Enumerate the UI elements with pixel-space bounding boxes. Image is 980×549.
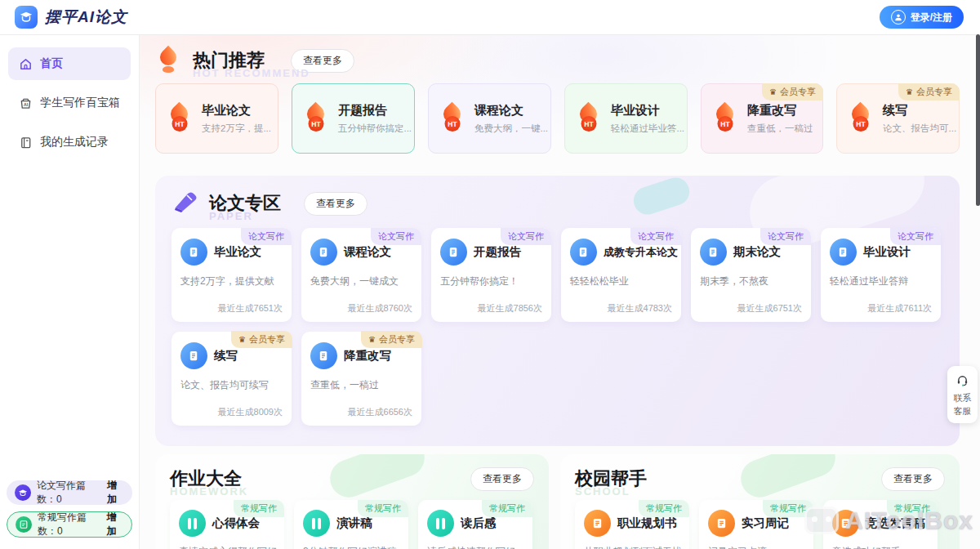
document-icon: [830, 239, 857, 266]
paper-section-header: 论文专区 PAPER 查看更多: [172, 187, 943, 220]
ht-flame-icon: HT: [710, 103, 741, 134]
category-badge: 常规写作: [358, 500, 408, 517]
card-desc: 轻松通过毕业答辩: [830, 274, 932, 288]
homework-card-duhougan[interactable]: 常规写作 读后感 读后感快速帮你写好: [418, 500, 532, 549]
category-badge: 论文写作: [241, 228, 292, 245]
contact-service-button[interactable]: 联系 客服: [947, 366, 978, 423]
paper-card-kecheng-lunwen[interactable]: 论文写作 课程论文 免费大纲，一键成文 最近生成8760次: [301, 228, 421, 322]
scrollbar-thumb[interactable]: [976, 34, 980, 206]
sidebar-item-label: 我的生成记录: [40, 135, 109, 150]
paper-card-jiangzhong-gaixie[interactable]: ♛会员专享 降重改写 查重低，一稿过 最近生成6656次: [301, 332, 421, 426]
category-badge: 常规写作: [887, 500, 938, 517]
crown-icon: ♛: [769, 87, 777, 96]
card-title: 毕业设计: [863, 244, 911, 260]
card-title: 降重改写: [344, 348, 391, 364]
hot-card-jiangzhong-gaixie[interactable]: ♛会员专享 HT 降重改写 查重低，一稿过: [701, 83, 823, 154]
homework-card-yanjiang-gao[interactable]: 常规写作 演讲稿 3分钟帮你写好演讲稿: [294, 500, 408, 549]
generation-count: 最近生成6656次: [348, 406, 412, 418]
category-badge: 常规写作: [763, 500, 813, 517]
user-icon: [891, 10, 906, 25]
pens-icon: [179, 510, 206, 537]
generation-count: 最近生成4783次: [608, 302, 672, 315]
paper-card-biye-lunwen[interactable]: 论文写作 毕业论文 支持2万字，提供文献 最近生成7651次: [172, 228, 292, 322]
paper-quota-add-button[interactable]: 增加: [107, 479, 124, 507]
card-title: 期末论文: [733, 244, 781, 260]
general-quota-pill[interactable]: 常规写作篇数：0 增加: [7, 511, 132, 538]
school-card-shixi-zhouji[interactable]: 常规写作 实习周记 记录实习点滴: [699, 500, 813, 549]
card-desc: 3分钟帮你写好演讲稿: [303, 545, 399, 549]
crown-icon: ♛: [238, 335, 246, 344]
crown-icon: ♛: [906, 87, 913, 96]
vip-badge: ♛会员专享: [361, 331, 422, 348]
paper-card-kaiti-baogao[interactable]: 论文写作 开题报告 五分钟帮你搞定！ 最近生成7856次: [431, 228, 551, 322]
generation-count: 最近生成8009次: [218, 406, 283, 418]
doc-pen-icon: [16, 516, 32, 533]
grad-cap-icon: [15, 484, 31, 501]
records-icon: [18, 135, 33, 150]
general-quota-add-button[interactable]: 增加: [106, 511, 123, 538]
school-card-jingxuan-fayan[interactable]: 常规写作 竞选发言稿 竞选成功好帮手: [823, 500, 938, 549]
document-icon: [570, 239, 597, 266]
memo-icon: [584, 510, 611, 537]
card-title: 读后感: [461, 516, 497, 531]
page: 摆平AI论文 登录/注册 首页 AI 学生写作百宝箱: [0, 0, 980, 549]
paper-card-biye-sheji[interactable]: 论文写作 毕业设计 轻松通过毕业答辩 最近生成7611次: [821, 228, 941, 322]
generation-count: 最近生成8760次: [348, 302, 412, 315]
homework-card-xinde-tihui[interactable]: 常规写作 心得体会 真情实感心得帮你写好: [170, 500, 284, 549]
paper-cards-row-1: 论文写作 毕业论文 支持2万字，提供文献 最近生成7651次 论文写作 课程论文…: [172, 228, 943, 322]
document-icon: [310, 239, 337, 266]
paper-more-button[interactable]: 查看更多: [304, 192, 368, 216]
sidebar: 首页 AI 学生写作百宝箱 我的生成记录 论文写作篇数：0 增加: [0, 34, 140, 549]
memo-icon: [832, 510, 859, 537]
homework-cards-row: 常规写作 心得体会 真情实感心得帮你写好 常规写作 演讲稿 3分钟帮你写好演讲稿…: [170, 500, 534, 549]
card-title: 成教专升本论文: [604, 245, 678, 260]
sidebar-item-toolbox[interactable]: AI 学生写作百宝箱: [8, 87, 131, 119]
card-title: 课程论文: [344, 244, 391, 260]
flame-icon: [155, 47, 181, 74]
logo[interactable]: 摆平AI论文: [15, 6, 127, 29]
category-badge: 常规写作: [639, 500, 689, 517]
card-title: 竞选发言稿: [866, 516, 925, 531]
card-desc: 记录实习点滴: [708, 545, 804, 549]
pens-icon: [427, 510, 454, 537]
paper-card-chengjiao-lunwen[interactable]: 论文写作 成教专升本论文 轻轻松松毕业 最近生成4783次: [561, 228, 681, 322]
hot-section-header: 热门推荐 HOT RECOMMEND 查看更多: [155, 44, 960, 77]
hot-card-kecheng-lunwen[interactable]: HT 课程论文 免费大纲，一键...: [428, 83, 551, 154]
card-desc: 查重低，一稿过: [310, 378, 412, 392]
hot-card-biye-lunwen[interactable]: HT 毕业论文 支持2万字，提...: [155, 83, 278, 154]
paper-card-qimo-lunwen[interactable]: 论文写作 期末论文 期末季，不熬夜 最近生成6751次: [691, 228, 811, 322]
sidebar-item-label: 首页: [40, 56, 63, 71]
generation-count: 最近生成7856次: [478, 302, 542, 315]
card-desc: 论文、报告均可续写: [180, 378, 283, 392]
card-title: 实习周记: [742, 516, 789, 531]
homework-more-button[interactable]: 查看更多: [470, 467, 534, 491]
vip-badge: ♛会员专享: [898, 83, 960, 100]
card-desc: 免费大纲，一键...: [474, 123, 548, 135]
ht-flame-icon: HT: [573, 103, 604, 134]
paper-quota-pill[interactable]: 论文写作篇数：0 增加: [7, 480, 132, 505]
card-title: 开题报告: [338, 103, 412, 118]
ht-flame-icon: HT: [301, 103, 332, 134]
card-title: 开题报告: [474, 244, 521, 260]
pens-icon: [303, 510, 330, 537]
paper-card-xuxie[interactable]: ♛会员专享 续写 论文、报告均可续写 最近生成8009次: [172, 332, 292, 426]
hot-card-biye-sheji[interactable]: HT 毕业设计 轻松通过毕业答...: [564, 83, 688, 154]
card-title: 降重改写: [747, 103, 813, 118]
card-desc: 支持2万字，提...: [202, 123, 271, 135]
sidebar-item-home[interactable]: 首页: [8, 47, 131, 80]
logo-text: 摆平AI论文: [45, 7, 127, 28]
card-desc: 真情实感心得帮你写好: [179, 545, 275, 549]
login-button[interactable]: 登录/注册: [880, 6, 964, 29]
school-card-zhiye-guihua[interactable]: 常规写作 职业规划书 从职业规划到面试无忧: [575, 500, 689, 549]
school-more-button[interactable]: 查看更多: [881, 467, 945, 491]
card-desc: 支持2万字，提供文献: [180, 274, 283, 288]
hot-card-kaiti-baogao[interactable]: HT 开题报告 五分钟帮你搞定...: [292, 83, 415, 154]
category-badge: 论文写作: [760, 228, 811, 245]
card-desc: 期末季，不熬夜: [700, 274, 802, 288]
ht-flame-icon: HT: [164, 103, 195, 134]
hot-card-xuxie[interactable]: ♛会员专享 HT 续写 论文、报告均可...: [836, 83, 960, 154]
card-title: 心得体会: [212, 516, 260, 531]
category-badge: 论文写作: [371, 228, 421, 245]
bottom-sections: 作业大全 HOMEWORK 查看更多 常规写作 心得体会 真情实感心得帮你写好 …: [155, 454, 960, 549]
sidebar-item-records[interactable]: 我的生成记录: [8, 126, 131, 158]
